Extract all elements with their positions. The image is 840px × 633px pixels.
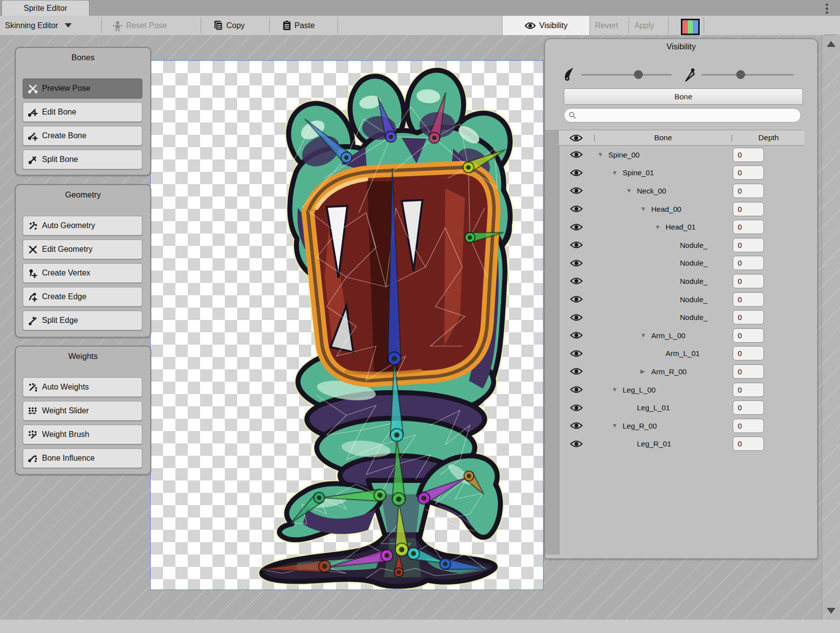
weight-brush-button[interactable]: Weight Brush xyxy=(23,425,142,444)
visibility-eye-toggle[interactable] xyxy=(559,350,593,357)
bone-name[interactable]: Head_00 xyxy=(651,205,681,213)
create-bone-button[interactable]: Create Bone xyxy=(23,126,142,146)
visibility-eye-toggle[interactable] xyxy=(559,295,593,303)
bone-row-nodule_[interactable]: Nodule_ xyxy=(559,236,804,254)
bone-row-spine_01[interactable]: ▼ Spine_01 xyxy=(559,164,804,182)
scroll-up-icon[interactable] xyxy=(827,41,836,47)
split-bone-button[interactable]: Split Bone xyxy=(23,150,142,169)
scroll-down-icon[interactable] xyxy=(827,608,836,614)
expander-down-icon[interactable]: ▼ xyxy=(655,224,666,231)
expander-down-icon[interactable]: ▼ xyxy=(612,169,623,176)
edit-geometry-button[interactable]: Edit Geometry xyxy=(23,239,142,259)
visibility-eye-toggle[interactable] xyxy=(559,151,593,158)
depth-input[interactable] xyxy=(733,436,764,451)
tab-sprite-editor[interactable]: Sprite Editor xyxy=(1,0,89,16)
expander-down-icon[interactable]: ▼ xyxy=(640,205,651,212)
bone-name[interactable]: Nodule_ xyxy=(680,313,708,321)
bone-row-head_00[interactable]: ▼ Head_00 xyxy=(559,200,804,218)
mesh-opacity-slider-track[interactable] xyxy=(702,74,794,76)
preview-pose-button[interactable]: Preview Pose xyxy=(23,79,142,98)
bone-name[interactable]: Leg_R_00 xyxy=(623,422,657,430)
visibility-eye-toggle[interactable] xyxy=(559,169,593,177)
bone-row-spine_00[interactable]: ▼ Spine_00 xyxy=(559,146,804,164)
bone-row-arm_l_00[interactable]: ▼ Arm_L_00 xyxy=(559,326,804,345)
depth-input[interactable] xyxy=(733,346,764,360)
depth-input[interactable] xyxy=(733,328,764,343)
bone-name[interactable]: Nodule_ xyxy=(680,295,708,304)
visibility-eye-toggle[interactable] xyxy=(559,422,593,430)
vertical-scrollbar[interactable] xyxy=(822,35,840,620)
depth-input[interactable] xyxy=(733,383,764,397)
bone-name[interactable]: Arm_L_01 xyxy=(666,349,700,357)
bone-name[interactable]: Leg_R_01 xyxy=(637,439,671,448)
depth-input[interactable] xyxy=(733,165,764,180)
depth-input[interactable] xyxy=(733,238,764,252)
visibility-eye-toggle[interactable] xyxy=(559,440,593,448)
expander-down-icon[interactable]: ▼ xyxy=(626,187,637,194)
bone-opacity-slider-knob[interactable] xyxy=(634,70,643,79)
bone-influence-button[interactable]: Bone Influence xyxy=(23,448,142,468)
auto-weights-button[interactable]: Auto Weights xyxy=(23,377,142,397)
visibility-eye-toggle[interactable] xyxy=(559,367,593,375)
bone-row-leg_r_01[interactable]: Leg_R_01 xyxy=(559,435,804,453)
bone-name[interactable]: Head_01 xyxy=(666,223,696,231)
revert-button[interactable]: Revert xyxy=(595,16,618,35)
kebab-menu-icon[interactable] xyxy=(823,2,830,17)
bone-name[interactable]: Neck_00 xyxy=(637,187,666,195)
bone-row-neck_00[interactable]: ▼ Neck_00 xyxy=(559,182,804,200)
bone-name[interactable]: Nodule_ xyxy=(680,259,708,267)
weight-slider-button[interactable]: Weight Slider xyxy=(23,401,142,421)
bone-row-leg_l_01[interactable]: Leg_L_01 xyxy=(559,398,804,417)
visibility-eye-toggle[interactable] xyxy=(559,386,593,394)
bone-row-leg_r_00[interactable]: ▼ Leg_R_00 xyxy=(559,417,804,435)
copy-button[interactable]: Copy xyxy=(214,16,245,35)
bone-name[interactable]: Leg_L_01 xyxy=(637,403,670,412)
auto-geometry-button[interactable]: Auto Geometry xyxy=(23,216,142,236)
skinning-editor-dropdown[interactable]: Skinning Editor xyxy=(5,16,72,35)
bone-row-leg_l_00[interactable]: ▼ Leg_L_00 xyxy=(559,381,804,399)
sprite-canvas[interactable] xyxy=(150,60,544,590)
visibility-eye-toggle[interactable] xyxy=(559,277,593,285)
visibility-eye-toggle[interactable] xyxy=(559,404,593,412)
edit-bone-button[interactable]: Edit Bone xyxy=(23,102,142,122)
visibility-eye-toggle[interactable] xyxy=(559,314,593,321)
expander-right-icon[interactable]: ▶ xyxy=(640,368,651,375)
depth-input[interactable] xyxy=(733,202,764,216)
bone-name[interactable]: Spine_01 xyxy=(623,168,654,177)
visibility-eye-toggle[interactable] xyxy=(559,205,593,213)
apply-button[interactable]: Apply xyxy=(634,16,654,35)
bone-name[interactable]: Nodule_ xyxy=(680,241,708,249)
bone-opacity-slider-track[interactable] xyxy=(582,74,672,76)
bone-name[interactable]: Spine_00 xyxy=(608,151,639,159)
create-vertex-button[interactable]: Create Vertex xyxy=(23,263,142,283)
depth-input[interactable] xyxy=(733,184,764,198)
bone-row-nodule_[interactable]: Nodule_ xyxy=(559,290,804,309)
depth-input[interactable] xyxy=(733,292,764,307)
reset-pose-button[interactable]: Reset Pose xyxy=(113,16,167,35)
bone-row-nodule_[interactable]: Nodule_ xyxy=(559,272,804,290)
paste-button[interactable]: Paste xyxy=(283,16,315,35)
depth-input[interactable] xyxy=(733,274,764,288)
expander-down-icon[interactable]: ▼ xyxy=(597,151,608,158)
bone-row-arm_r_00[interactable]: ▶ Arm_R_00 xyxy=(559,362,804,381)
bone-tab[interactable]: Bone xyxy=(564,88,803,105)
depth-input[interactable] xyxy=(733,310,764,324)
color-channels-swatch[interactable] xyxy=(681,19,700,35)
bone-name[interactable]: Arm_L_00 xyxy=(651,331,685,340)
depth-input[interactable] xyxy=(733,400,764,415)
bone-row-nodule_[interactable]: Nodule_ xyxy=(559,254,804,273)
depth-input[interactable] xyxy=(733,364,764,379)
depth-input[interactable] xyxy=(733,256,764,270)
visibility-eye-toggle[interactable] xyxy=(559,187,593,195)
visibility-eye-toggle[interactable] xyxy=(559,241,593,249)
header-bone[interactable]: Bone xyxy=(595,133,731,142)
expander-down-icon[interactable]: ▼ xyxy=(612,422,623,429)
depth-input[interactable] xyxy=(733,148,764,162)
bone-row-head_01[interactable]: ▼ Head_01 xyxy=(559,218,804,236)
bone-row-nodule_[interactable]: Nodule_ xyxy=(559,308,804,326)
header-depth[interactable]: Depth xyxy=(733,133,804,142)
bone-search-input[interactable] xyxy=(564,108,801,122)
visibility-eye-toggle[interactable] xyxy=(559,223,593,231)
bone-name[interactable]: Leg_L_00 xyxy=(623,386,656,394)
expander-down-icon[interactable]: ▼ xyxy=(640,332,651,339)
